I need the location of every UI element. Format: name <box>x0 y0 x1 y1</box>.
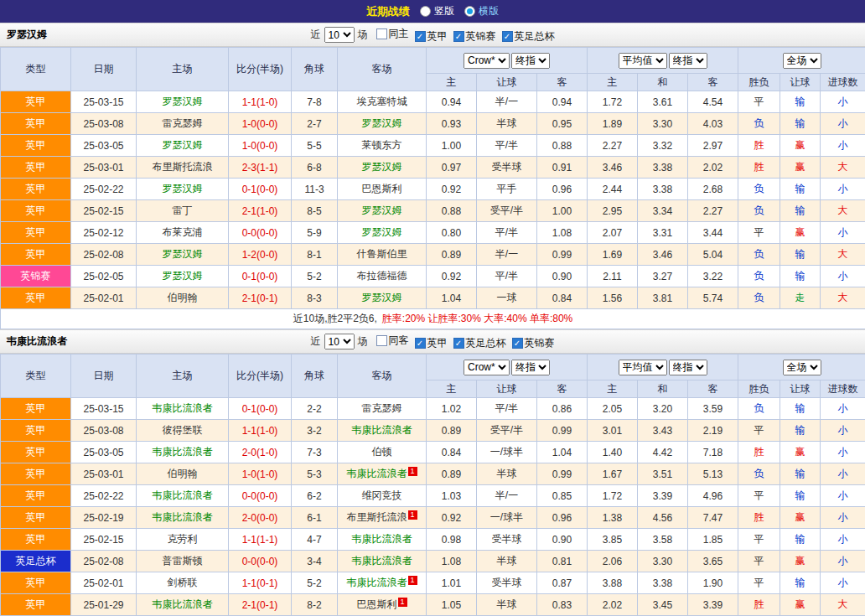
team-cell[interactable]: 布莱克浦 <box>137 222 229 244</box>
filter-checkbox[interactable]: ✓英锦赛 <box>453 29 496 44</box>
score-cell[interactable]: 2-0(0-0) <box>229 507 292 529</box>
euro-time-select[interactable]: 终指 <box>669 360 707 375</box>
team-cell[interactable]: 韦康比流浪者 <box>137 398 229 420</box>
euro-source-select[interactable]: 平均值 <box>619 360 667 375</box>
team-link[interactable]: 罗瑟汉姆 <box>362 292 402 303</box>
radio-horizontal-icon[interactable] <box>464 6 475 17</box>
team-cell[interactable]: 罗瑟汉姆 <box>137 244 229 266</box>
league-badge-cell[interactable]: 英甲 <box>1 222 71 244</box>
score-cell[interactable]: 1-0(0-0) <box>229 113 292 135</box>
checkbox-unchecked-icon[interactable] <box>376 28 387 39</box>
team-cell[interactable]: 雷丁 <box>137 200 229 222</box>
team-link[interactable]: 罗瑟汉姆 <box>163 248 203 260</box>
league-badge-cell[interactable]: 英甲 <box>1 135 71 157</box>
team-cell[interactable]: 布拉德福德 <box>338 266 427 287</box>
team-link[interactable]: 韦康比流浪者 <box>347 577 407 588</box>
team-cell[interactable]: 韦康比流浪者 <box>338 551 427 572</box>
team-link[interactable]: 罗瑟汉姆 <box>362 204 402 216</box>
league-badge-cell[interactable]: 英甲 <box>1 157 71 179</box>
team-link[interactable]: 罗瑟汉姆 <box>362 226 402 238</box>
team-link[interactable]: 韦康比流浪者 <box>153 402 213 414</box>
team-cell[interactable]: 埃克塞特城 <box>338 91 427 113</box>
asia-time-select[interactable]: 终指 <box>511 53 550 69</box>
team-cell[interactable]: 布里斯托流浪 <box>137 157 229 179</box>
league-badge-cell[interactable]: 英甲 <box>1 485 71 507</box>
score-cell[interactable]: 2-1(1-0) <box>229 200 292 222</box>
score-cell[interactable]: 0-1(0-0) <box>229 179 292 200</box>
score-cell[interactable]: 1-1(1-0) <box>229 420 292 442</box>
team-link[interactable]: 伯顿 <box>372 446 392 458</box>
score-cell[interactable]: 1-2(0-0) <box>229 244 292 266</box>
team-cell[interactable]: 罗瑟汉姆 <box>137 179 229 200</box>
team-cell[interactable]: 韦康比流浪者 <box>137 594 229 616</box>
radio-vertical-icon[interactable] <box>420 6 431 17</box>
team-cell[interactable]: 罗瑟汉姆 <box>338 113 427 135</box>
filter-checkbox[interactable]: ✓英足总杯 <box>453 336 506 350</box>
team-cell[interactable]: 韦康比流浪者 <box>137 507 229 529</box>
league-badge-cell[interactable]: 英甲 <box>1 420 71 442</box>
team-cell[interactable]: 韦康比流浪者1 <box>338 463 427 485</box>
team-link[interactable]: 韦康比流浪者 <box>347 468 407 479</box>
team-cell[interactable]: 罗瑟汉姆 <box>338 222 427 244</box>
team-cell[interactable]: 罗瑟汉姆 <box>137 135 229 157</box>
team-link[interactable]: 巴恩斯利 <box>362 183 402 194</box>
team-link[interactable]: 雷克瑟姆 <box>163 117 203 129</box>
team-link[interactable]: 什鲁斯伯里 <box>357 248 407 260</box>
team-link[interactable]: 韦康比流浪者 <box>153 446 213 458</box>
league-badge-cell[interactable]: 英甲 <box>1 463 71 485</box>
team-cell[interactable]: 布里斯托流浪1 <box>338 507 427 529</box>
team-cell[interactable]: 维冈竞技 <box>338 485 427 507</box>
score-cell[interactable]: 2-1(0-1) <box>229 594 292 616</box>
team-cell[interactable]: 罗瑟汉姆 <box>137 266 229 287</box>
league-badge-cell[interactable]: 英甲 <box>1 200 71 222</box>
score-cell[interactable]: 0-0(0-0) <box>229 222 292 244</box>
team-cell[interactable]: 彼得堡联 <box>137 420 229 442</box>
team-cell[interactable]: 莱顿东方 <box>338 135 427 157</box>
team-cell[interactable]: 韦康比流浪者 <box>137 485 229 507</box>
team-cell[interactable]: 韦康比流浪者 <box>338 420 427 442</box>
score-cell[interactable]: 1-1(1-0) <box>229 91 292 113</box>
team-link[interactable]: 埃克塞特城 <box>357 96 407 107</box>
team-link[interactable]: 韦康比流浪者 <box>153 489 213 501</box>
team-link[interactable]: 罗瑟汉姆 <box>362 117 402 129</box>
filter-checkbox[interactable]: 同客 <box>376 334 409 348</box>
team-link[interactable]: 罗瑟汉姆 <box>163 270 203 282</box>
league-badge-cell[interactable]: 英甲 <box>1 507 71 529</box>
league-badge-cell[interactable]: 英甲 <box>1 594 71 616</box>
team-cell[interactable]: 伯明翰 <box>137 287 229 309</box>
team-link[interactable]: 罗瑟汉姆 <box>163 96 203 107</box>
result-scope-select[interactable]: 全场 <box>783 53 821 69</box>
score-cell[interactable]: 1-0(1-0) <box>229 463 292 485</box>
match-count-select[interactable]: 10 <box>324 27 355 43</box>
league-badge-cell[interactable]: 英足总杯 <box>1 551 71 572</box>
team-cell[interactable]: 什鲁斯伯里 <box>338 244 427 266</box>
team-link[interactable]: 巴恩斯利 <box>357 598 397 610</box>
filter-checkbox[interactable]: ✓英锦赛 <box>512 336 555 350</box>
team-link[interactable]: 布里斯托流浪 <box>347 511 407 523</box>
league-badge-cell[interactable]: 英甲 <box>1 442 71 463</box>
team-cell[interactable]: 雷克瑟姆 <box>338 398 427 420</box>
team-cell[interactable]: 克劳利 <box>137 529 229 551</box>
team-cell[interactable]: 巴恩斯利 <box>338 179 427 200</box>
team-cell[interactable]: 雷克瑟姆 <box>137 113 229 135</box>
filter-checkbox[interactable]: 同主 <box>376 27 409 41</box>
score-cell[interactable]: 1-1(0-1) <box>229 572 292 594</box>
asia-time-select[interactable]: 终指 <box>511 360 550 375</box>
team-link[interactable]: 罗瑟汉姆 <box>362 161 402 173</box>
team-link[interactable]: 彼得堡联 <box>163 424 203 436</box>
asia-source-select[interactable]: Crow* <box>464 53 510 69</box>
match-count-select[interactable]: 10 <box>324 334 355 349</box>
team-cell[interactable]: 韦康比流浪者 <box>137 442 229 463</box>
team-link[interactable]: 普雷斯顿 <box>163 555 203 567</box>
team-cell[interactable]: 伯明翰 <box>137 463 229 485</box>
checkbox-unchecked-icon[interactable] <box>376 335 387 346</box>
score-cell[interactable]: 2-3(1-1) <box>229 157 292 179</box>
league-badge-cell[interactable]: 英甲 <box>1 179 71 200</box>
team-cell[interactable]: 剑桥联 <box>137 572 229 594</box>
team-link[interactable]: 韦康比流浪者 <box>352 555 412 567</box>
checkbox-checked-icon[interactable]: ✓ <box>415 338 426 349</box>
league-badge-cell[interactable]: 英甲 <box>1 113 71 135</box>
filter-checkbox[interactable]: ✓英甲 <box>415 336 448 350</box>
checkbox-checked-icon[interactable]: ✓ <box>453 31 464 42</box>
checkbox-checked-icon[interactable]: ✓ <box>453 338 464 349</box>
